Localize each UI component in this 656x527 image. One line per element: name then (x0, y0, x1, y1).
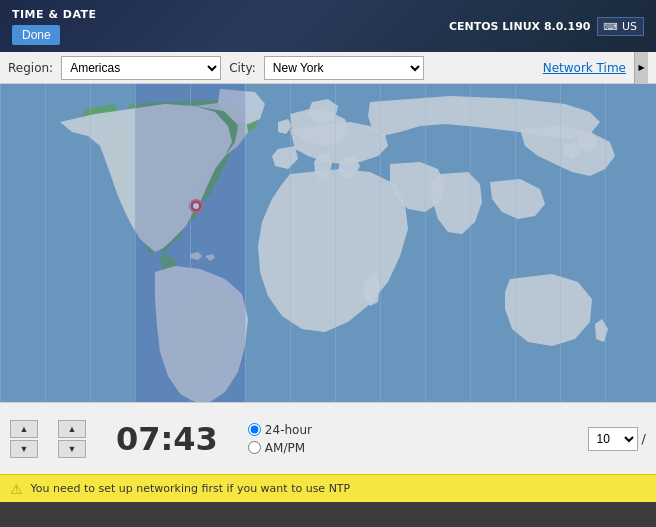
format-24h-row: 24-hour (248, 423, 312, 437)
app-title: TIME & DATE (12, 8, 97, 21)
time-separator: : (161, 420, 174, 458)
tz-stripe-10 (515, 84, 560, 402)
tz-stripe-8 (425, 84, 470, 402)
app-window: TIME & DATE Done CENTOS LINUX 8.0.190 ⌨ … (0, 0, 656, 502)
header-right: CENTOS LINUX 8.0.190 ⌨ US (449, 17, 644, 36)
scroll-indicator: ▶ (634, 52, 648, 84)
hour-down-button[interactable]: ▼ (10, 440, 38, 458)
warning-icon: ⚠ (10, 481, 23, 497)
tz-stripe-12 (605, 84, 656, 402)
tz-stripe-7 (380, 84, 425, 402)
bottom-controls: ▲ ▼ ▲ ▼ 07:43 24-hour AM/PM 10 1 (0, 402, 656, 474)
centos-label: CENTOS LINUX 8.0.190 (449, 20, 591, 33)
language-selector[interactable]: ⌨ US (597, 17, 644, 36)
time-format-group: 24-hour AM/PM (248, 423, 312, 455)
done-button[interactable]: Done (12, 25, 60, 45)
keyboard-icon: ⌨ (604, 21, 618, 32)
tz-stripe-highlight-1 (135, 84, 190, 402)
time-display: 07:43 (116, 420, 218, 458)
minute-spinner: ▲ ▼ (58, 420, 86, 458)
format-ampm-label[interactable]: AM/PM (265, 441, 305, 455)
tz-stripe-4 (245, 84, 290, 402)
tz-stripe-5 (290, 84, 335, 402)
format-ampm-row: AM/PM (248, 441, 312, 455)
tz-stripe-3 (90, 84, 135, 402)
tz-stripe-6 (335, 84, 380, 402)
header-left: TIME & DATE Done (12, 8, 97, 45)
tz-stripe-2 (45, 84, 90, 402)
format-24h-label[interactable]: 24-hour (265, 423, 312, 437)
city-select[interactable]: New York Los Angeles Chicago Houston Pho… (264, 56, 424, 80)
city-label: City: (229, 61, 256, 75)
header: TIME & DATE Done CENTOS LINUX 8.0.190 ⌨ … (0, 0, 656, 52)
tz-stripe-11 (560, 84, 605, 402)
warning-bar: ⚠ You need to set up networking first if… (0, 474, 656, 502)
hour-up-button[interactable]: ▲ (10, 420, 38, 438)
right-controls: 10 1 2 5 15 20 30 / (588, 427, 646, 451)
region-select[interactable]: Americas Africa Antarctica Asia Europe P… (61, 56, 221, 80)
hours-display: 07 (116, 420, 161, 458)
network-time-link[interactable]: Network Time (543, 61, 626, 75)
region-label: Region: (8, 61, 53, 75)
minutes-display: 43 (173, 420, 218, 458)
toolbar: Region: Americas Africa Antarctica Asia … (0, 52, 656, 84)
hour-spinner: ▲ ▼ (10, 420, 38, 458)
map-container[interactable] (0, 84, 656, 402)
tz-stripe-1 (0, 84, 45, 402)
minute-up-button[interactable]: ▲ (58, 420, 86, 438)
lang-label: US (622, 20, 637, 33)
format-ampm-radio[interactable] (248, 441, 261, 454)
warning-text: You need to set up networking first if y… (31, 482, 351, 495)
tz-stripe-highlight-2 (190, 84, 245, 402)
num-select[interactable]: 10 1 2 5 15 20 30 (588, 427, 638, 451)
tz-stripe-9 (470, 84, 515, 402)
format-24h-radio[interactable] (248, 423, 261, 436)
slash-separator: / (642, 431, 646, 446)
minute-down-button[interactable]: ▼ (58, 440, 86, 458)
